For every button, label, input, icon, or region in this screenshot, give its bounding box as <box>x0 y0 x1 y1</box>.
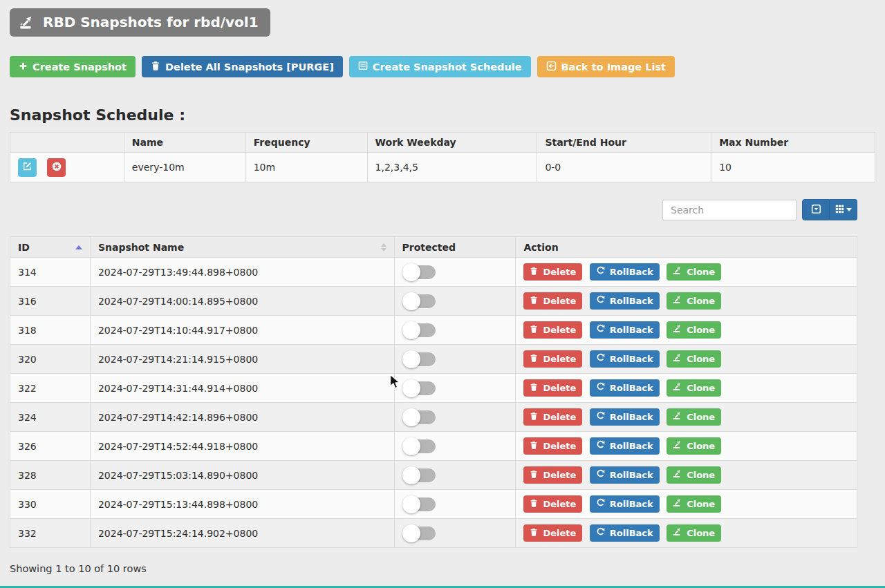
delete-snapshot-button[interactable]: Delete <box>523 379 582 397</box>
back-to-image-list-button[interactable]: Back to Image List <box>537 56 675 77</box>
col-snapshot-name[interactable]: Snapshot Name <box>90 237 394 258</box>
snapshot-action-cell: Delete RollBack <box>516 374 857 403</box>
schedule-col-frequency: Frequency <box>245 133 367 153</box>
snapshot-name: 2024-07-29T14:21:14.915+0800 <box>90 345 394 374</box>
snapshot-row: 330 2024-07-29T15:13:44.898+0800 Delete <box>10 490 857 519</box>
rollback-snapshot-button[interactable]: RollBack <box>590 495 660 513</box>
clone-icon <box>673 498 682 509</box>
protected-toggle[interactable] <box>404 410 436 424</box>
delete-snapshot-button[interactable]: Delete <box>523 408 582 426</box>
protected-toggle[interactable] <box>404 265 436 279</box>
protected-toggle[interactable] <box>404 497 436 511</box>
trash-icon <box>151 61 160 73</box>
snapshot-name: 2024-07-29T15:03:14.890+0800 <box>90 461 394 490</box>
clone-icon <box>673 469 682 480</box>
clone-icon <box>673 266 682 277</box>
clone-snapshot-button[interactable]: Clone <box>667 495 721 513</box>
chevron-down-icon <box>846 208 852 211</box>
snapshot-action-cell: Delete RollBack <box>516 287 857 316</box>
snapshot-icon <box>19 15 34 30</box>
rollback-icon <box>596 440 605 451</box>
delete-snapshot-button[interactable]: Delete <box>523 524 582 542</box>
snapshot-row: 316 2024-07-29T14:00:14.895+0800 Delete <box>10 287 857 316</box>
clone-snapshot-button[interactable]: Clone <box>667 292 721 310</box>
delete-snapshot-button[interactable]: Delete <box>523 321 582 339</box>
schedule-col-max: Max Number <box>711 133 875 153</box>
clone-snapshot-button[interactable]: Clone <box>667 379 721 397</box>
snapshot-protected-cell <box>394 519 516 548</box>
toggle-knob <box>402 495 420 513</box>
delete-schedule-button[interactable] <box>47 158 66 177</box>
protected-toggle[interactable] <box>404 323 436 337</box>
columns-grid-icon <box>835 205 844 216</box>
rollback-snapshot-button[interactable]: RollBack <box>590 321 660 339</box>
snapshot-action-cell: Delete RollBack <box>516 345 857 374</box>
rollback-snapshot-button[interactable]: RollBack <box>590 524 660 542</box>
delete-snapshot-button[interactable]: Delete <box>523 437 582 455</box>
sort-asc-icon <box>75 245 82 249</box>
delete-snapshot-button[interactable]: Delete <box>523 292 582 310</box>
snapshot-protected-cell <box>394 432 516 461</box>
snapshot-id: 328 <box>10 461 91 490</box>
delete-all-snapshots-button[interactable]: Delete All Snapshots [PURGE] <box>142 56 343 77</box>
clone-icon <box>673 324 682 335</box>
create-snapshot-button[interactable]: Create Snapshot <box>10 56 136 77</box>
protected-toggle[interactable] <box>404 527 436 540</box>
rollback-snapshot-button[interactable]: RollBack <box>590 350 660 368</box>
rollback-snapshot-button[interactable]: RollBack <box>590 292 660 310</box>
clone-snapshot-button[interactable]: Clone <box>667 524 721 542</box>
snapshot-row: 326 2024-07-29T14:52:44.918+0800 Delete <box>10 432 857 461</box>
rollback-snapshot-button[interactable]: RollBack <box>590 408 660 426</box>
clone-snapshot-button[interactable]: Clone <box>667 263 721 281</box>
col-id[interactable]: ID <box>10 237 91 258</box>
snapshot-protected-cell <box>394 287 516 316</box>
rollback-icon <box>596 469 605 480</box>
clone-snapshot-button[interactable]: Clone <box>667 408 721 426</box>
clone-snapshot-button[interactable]: Clone <box>667 321 721 339</box>
protected-toggle[interactable] <box>404 294 436 308</box>
toggle-view-icon <box>811 204 821 216</box>
snapshot-id: 322 <box>10 374 91 403</box>
clone-snapshot-button[interactable]: Clone <box>667 437 721 455</box>
toggle-view-button[interactable] <box>802 199 830 220</box>
snapshot-action-cell: Delete RollBack <box>516 258 857 287</box>
snapshot-name: 2024-07-29T15:13:44.898+0800 <box>90 490 394 519</box>
clone-snapshot-button[interactable]: Clone <box>667 350 721 368</box>
edit-schedule-button[interactable] <box>18 158 37 177</box>
rollback-snapshot-button[interactable]: RollBack <box>590 263 660 281</box>
delete-snapshot-button[interactable]: Delete <box>523 466 582 484</box>
trash-icon <box>530 412 538 422</box>
snapshot-protected-cell <box>394 403 516 432</box>
rollback-snapshot-button[interactable]: RollBack <box>590 437 660 455</box>
snapshot-id: 320 <box>10 345 91 374</box>
snapshot-protected-cell <box>394 461 516 490</box>
search-input[interactable] <box>662 200 796 220</box>
create-snapshot-schedule-button[interactable]: Create Snapshot Schedule <box>349 56 531 77</box>
page-title: RBD Snapshots for rbd/vol1 <box>10 8 270 37</box>
columns-button[interactable] <box>830 199 857 220</box>
snapshot-action-cell: Delete RollBack <box>516 432 857 461</box>
snapshot-protected-cell <box>394 374 516 403</box>
delete-snapshot-button[interactable]: Delete <box>523 263 582 281</box>
toggle-knob <box>402 437 420 455</box>
delete-snapshot-button[interactable]: Delete <box>523 350 582 368</box>
protected-toggle[interactable] <box>404 381 436 395</box>
trash-icon <box>530 441 538 451</box>
sort-both-icon <box>381 243 386 252</box>
toggle-knob <box>402 263 420 281</box>
protected-toggle[interactable] <box>404 468 436 482</box>
col-protected: Protected <box>394 237 516 258</box>
snapshot-name: 2024-07-29T14:52:44.918+0800 <box>90 432 394 461</box>
rollback-snapshot-button[interactable]: RollBack <box>590 466 660 484</box>
clone-snapshot-button[interactable]: Clone <box>667 466 721 484</box>
snapshot-action-cell: Delete RollBack <box>516 519 857 548</box>
rollback-snapshot-button[interactable]: RollBack <box>590 379 660 397</box>
clone-icon <box>673 382 682 393</box>
snapshot-row: 332 2024-07-29T15:24:14.902+0800 Delete <box>10 519 857 548</box>
protected-toggle[interactable] <box>404 352 436 366</box>
protected-toggle[interactable] <box>404 439 436 453</box>
snapshot-name: 2024-07-29T13:49:44.898+0800 <box>90 258 394 287</box>
delete-snapshot-button[interactable]: Delete <box>523 495 582 513</box>
snapshot-protected-cell <box>394 345 516 374</box>
snapshot-action-cell: Delete RollBack <box>516 403 857 432</box>
